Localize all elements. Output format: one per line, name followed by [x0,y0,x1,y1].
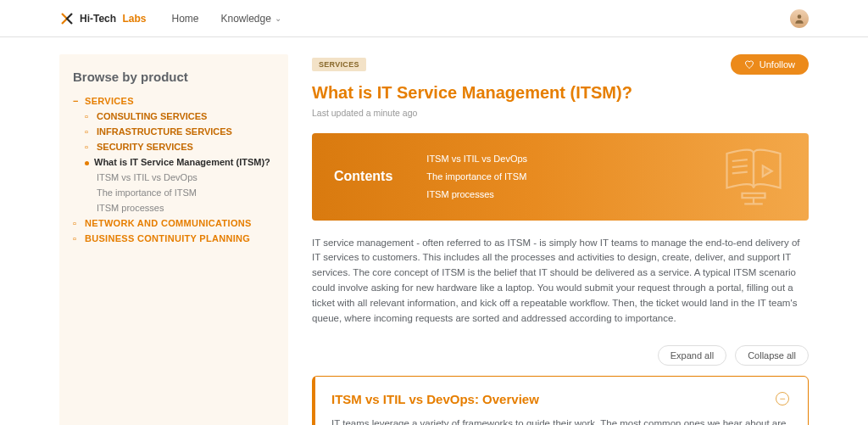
contents-link-2[interactable]: The importance of ITSM [426,168,527,186]
chevron-down-icon: ⌄ [275,14,281,23]
plus-icon: ▫ [85,142,93,152]
contents-link-3[interactable]: ITSM processes [426,186,527,204]
unfollow-label: Unfollow [760,59,795,70]
svg-point-0 [798,14,802,19]
sidebar-cat-network[interactable]: ▫NETWORK AND COMMUNICATIONS [73,218,275,228]
page-title: What is IT Service Management (ITSM)? [312,83,809,103]
sidebar-sub-security[interactable]: ▫SECURITY SERVICES [73,142,275,152]
sidebar-leaf-processes[interactable]: ITSM processes [97,203,275,213]
nav-knowledge-label: Knowledge [221,13,271,25]
svg-rect-1 [743,193,765,198]
last-updated: Last updated a minute ago [312,108,809,118]
sidebar-sub-infra[interactable]: ▫INFRASTRUCTURE SERVICES [73,126,275,137]
expand-all-button[interactable]: Expand all [658,345,726,366]
minus-icon: − [73,96,81,106]
main-content: SERVICES Unfollow What is IT Service Man… [312,54,809,425]
section-panel: ITSM vs ITIL vs DevOps: Overview − IT te… [312,376,809,425]
bullet-icon [85,161,89,165]
brand-logo[interactable]: Hi-Tech Labs [59,11,146,26]
person-icon [793,13,805,25]
sidebar-item-itsm[interactable]: What is IT Service Management (ITSM)? [85,157,275,167]
brand-text-dark: Hi-Tech [80,13,116,25]
plus-icon: ▫ [85,111,93,121]
brand-logo-icon [59,11,75,26]
plus-icon: ▫ [73,218,81,228]
sidebar-sub-consulting[interactable]: ▫CONSULTING SERVICES [73,111,275,121]
user-avatar[interactable] [790,9,809,28]
nav-home[interactable]: Home [171,13,198,25]
panel-accent [313,377,315,425]
section-p1: IT teams leverage a variety of framework… [331,417,789,425]
nav-knowledge[interactable]: Knowledge ⌄ [221,13,281,25]
svg-line-4 [732,160,748,162]
intro-paragraph: IT service management - often referred t… [312,236,809,327]
sidebar: Browse by product −SERVICES ▫CONSULTING … [59,54,288,425]
collapse-icon[interactable]: − [776,392,789,405]
heart-icon [744,59,754,70]
svg-marker-7 [763,166,772,177]
plus-icon: ▫ [73,233,81,243]
svg-line-6 [732,172,748,174]
category-badge: SERVICES [312,58,366,71]
section-title: ITSM vs ITIL vs DevOps: Overview [331,392,539,406]
unfollow-button[interactable]: Unfollow [731,54,809,75]
plus-icon: ▫ [85,126,93,137]
sidebar-cat-services[interactable]: −SERVICES [73,96,275,106]
sidebar-cat-bcp[interactable]: ▫BUSINESS CONTINUITY PLANNING [73,233,275,243]
contents-panel: Contents ITSM vs ITIL vs DevOps The impo… [312,133,809,221]
topbar: Hi-Tech Labs Home Knowledge ⌄ [0,0,868,37]
sidebar-leaf-itsm-itil[interactable]: ITSM vs ITIL vs DevOps [97,172,275,182]
book-icon [715,145,792,208]
sidebar-heading: Browse by product [73,70,275,84]
sidebar-leaf-importance[interactable]: The importance of ITSM [97,187,275,198]
collapse-all-button[interactable]: Collapse all [735,345,809,366]
contents-label: Contents [334,169,392,184]
contents-link-1[interactable]: ITSM vs ITIL vs DevOps [426,150,527,168]
main-nav: Home Knowledge ⌄ [171,13,281,25]
brand-text-orange: Labs [122,13,146,25]
svg-line-5 [732,166,748,168]
